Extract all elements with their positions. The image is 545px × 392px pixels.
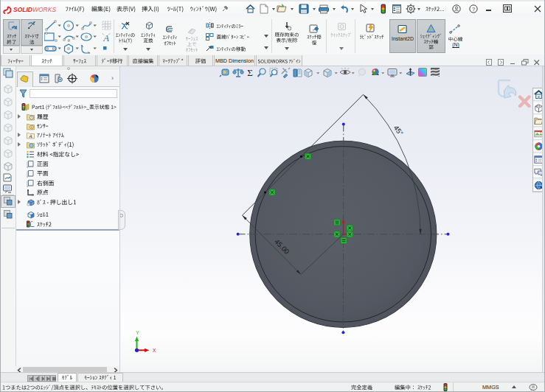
svg-text:A: A (28, 133, 32, 139)
svg-text:?: ? (472, 6, 475, 13)
svg-text:Σ: Σ (247, 67, 253, 78)
